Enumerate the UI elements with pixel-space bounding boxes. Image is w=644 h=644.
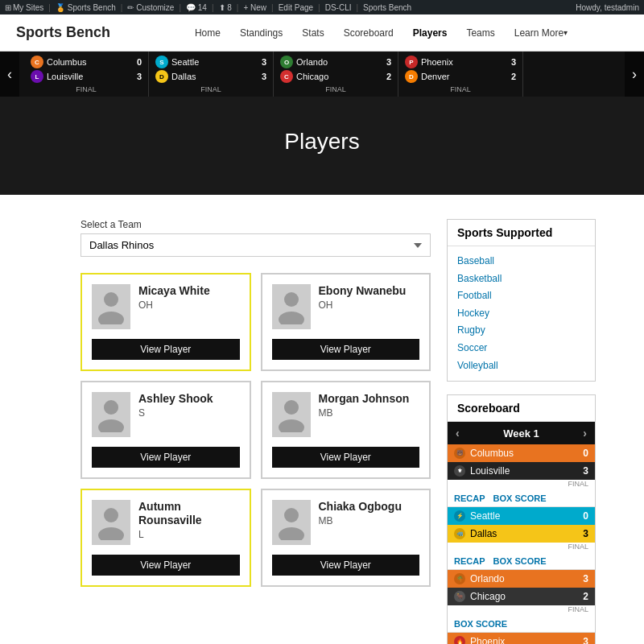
player-avatar-0	[92, 284, 130, 329]
admin-updates[interactable]: ⬆ 8	[219, 3, 232, 12]
admin-comments[interactable]: 💬 14	[186, 3, 207, 12]
ticker-prev[interactable]: ‹	[0, 52, 19, 97]
admin-new[interactable]: + New	[243, 3, 266, 12]
svg-point-6	[284, 400, 299, 415]
dallas-sb-icon: 🦏	[454, 528, 465, 539]
admin-ds-cli[interactable]: DS-CLI	[325, 3, 352, 12]
player-position-4: L	[138, 529, 240, 540]
nav-home[interactable]: Home	[185, 14, 230, 52]
site-title[interactable]: Sports Bench	[16, 24, 110, 41]
seattle-sb-icon: ⚡	[454, 510, 465, 522]
score-ticker: ‹ C Columbus 0 L Louisville 3 FINAL S Se…	[0, 52, 644, 97]
ticker-game-4: P Phoenix 3 D Denver 2 FINAL	[398, 52, 523, 97]
ticker-next[interactable]: ›	[625, 52, 644, 97]
chicago-icon: C	[280, 70, 293, 83]
view-player-btn-0[interactable]: View Player	[92, 339, 240, 360]
sidebar: Sports Supported Baseball Basketball Foo…	[447, 219, 596, 644]
player-name-1: Ebony Nwanebu	[319, 284, 420, 298]
scoreboard-game-0: 🐻 Columbus 0 ⚜ Louisville 3 FINAL RECAP …	[448, 444, 595, 507]
orlando-icon: O	[280, 56, 293, 68]
columbus-icon: C	[31, 56, 43, 68]
admin-sports-bench[interactable]: 🏅 Sports Bench	[56, 3, 116, 12]
nav-scoreboard[interactable]: Scoreboard	[334, 14, 403, 52]
svg-point-0	[104, 292, 118, 307]
sport-hockey[interactable]: Hockey	[457, 305, 585, 323]
admin-edit-page[interactable]: Edit Page	[279, 3, 313, 12]
ticker-status-1: FINAL	[31, 85, 142, 93]
scoreboard-team-seattle: ⚡ Seattle 0	[448, 507, 595, 525]
scoreboard-links-0: RECAP BOX SCORE	[448, 490, 595, 506]
sport-football[interactable]: Football	[457, 287, 585, 305]
scoreboard-boxscore-1[interactable]: BOX SCORE	[493, 556, 547, 566]
dallas-icon: D	[155, 70, 168, 83]
player-position-3: MB	[319, 407, 420, 419]
louisville-sb-icon: ⚜	[454, 465, 465, 477]
sport-basketball[interactable]: Basketball	[457, 270, 585, 288]
sport-baseball[interactable]: Baseball	[457, 253, 585, 270]
nav-players[interactable]: Players	[403, 14, 457, 52]
phoenix-icon: P	[405, 56, 418, 68]
scoreboard-boxscore-2[interactable]: BOX SCORE	[454, 619, 507, 629]
view-player-btn-3[interactable]: View Player	[272, 447, 420, 468]
main-nav: Home Standings Stats Scoreboard Players …	[134, 14, 628, 52]
view-player-btn-1[interactable]: View Player	[272, 339, 420, 360]
ticker-game-3: O Orlando 3 C Chicago 2 FINAL	[274, 52, 398, 97]
svg-point-9	[98, 527, 124, 540]
scoreboard-recap-0[interactable]: RECAP	[454, 493, 485, 503]
ticker-team-chicago: C Chicago 2	[280, 69, 391, 84]
sport-soccer[interactable]: Soccer	[457, 340, 585, 357]
svg-point-10	[284, 508, 299, 522]
player-card-0: Micaya White OH View Player	[80, 273, 251, 371]
admin-greeting: Howdy, testadmin	[576, 3, 639, 12]
ticker-status-2: FINAL	[155, 85, 266, 93]
sports-widget-title: Sports Supported	[448, 220, 595, 246]
scoreboard-game-1: ⚡ Seattle 0 🦏 Dallas 3 FINAL RECAP BOX S…	[448, 507, 595, 570]
player-card-2: Ashley Shook S View Player	[80, 381, 251, 479]
svg-point-11	[279, 527, 304, 540]
player-card-3: Morgan Johnson MB View Player	[261, 381, 431, 479]
view-player-btn-2[interactable]: View Player	[92, 447, 240, 468]
scoreboard-prev-week[interactable]: ‹	[456, 427, 460, 440]
scoreboard-next-week[interactable]: ›	[583, 427, 587, 440]
player-name-2: Ashley Shook	[138, 392, 240, 406]
scoreboard-team-orlando: 🌴 Orlando 3	[448, 570, 595, 588]
ticker-team-seattle: S Seattle 3	[155, 55, 266, 69]
scoreboard-team-columbus: 🐻 Columbus 0	[448, 444, 595, 462]
player-position-2: S	[138, 407, 240, 419]
admin-sports-bench-link[interactable]: Sports Bench	[363, 3, 411, 12]
scoreboard-links-1: RECAP BOX SCORE	[448, 553, 595, 569]
team-select-label: Select a Team	[80, 219, 431, 230]
player-name-3: Morgan Johnson	[319, 392, 420, 406]
page-title: Players	[16, 129, 628, 155]
sport-volleyball[interactable]: Volleyball	[457, 357, 585, 375]
nav-learn-more[interactable]: Learn More	[505, 14, 577, 52]
nav-teams[interactable]: Teams	[456, 14, 504, 52]
player-position-0: OH	[138, 299, 240, 311]
phoenix-sb-icon: 🔥	[454, 636, 465, 644]
player-card-4: Autumn Rounsaville L View Player	[80, 489, 251, 587]
scoreboard-final-0: FINAL	[448, 480, 595, 490]
louisville-icon: L	[31, 70, 43, 83]
svg-point-5	[98, 419, 124, 432]
scoreboard-team-louisville: ⚜ Louisville 3	[448, 462, 595, 480]
scoreboard-final-1: FINAL	[448, 543, 595, 553]
scoreboard-boxscore-0[interactable]: BOX SCORE	[493, 493, 547, 503]
team-select[interactable]: Dallas Rhinos Columbus Louisville Seattl…	[80, 233, 431, 257]
player-position-1: OH	[319, 299, 420, 311]
scoreboard-recap-1[interactable]: RECAP	[454, 556, 485, 566]
scoreboard-links-2: BOX SCORE	[448, 616, 595, 632]
admin-bar: ⊞ My Sites | 🏅 Sports Bench | ✏ Customiz…	[0, 0, 644, 14]
nav-standings[interactable]: Standings	[230, 14, 292, 52]
player-name-5: Chiaka Ogbogu	[319, 500, 420, 514]
admin-my-sites[interactable]: ⊞ My Sites	[5, 3, 43, 12]
players-grid: Micaya White OH View Player	[80, 273, 431, 587]
player-name-4: Autumn Rounsaville	[138, 500, 240, 527]
view-player-btn-5[interactable]: View Player	[272, 555, 420, 576]
admin-customize[interactable]: ✏ Customize	[127, 3, 174, 12]
view-player-btn-4[interactable]: View Player	[92, 555, 240, 576]
nav-stats[interactable]: Stats	[292, 14, 333, 52]
ticker-game-1: C Columbus 0 L Louisville 3 FINAL	[24, 52, 149, 97]
player-avatar-4	[92, 500, 130, 545]
ticker-status-4: FINAL	[405, 85, 516, 93]
sport-rugby[interactable]: Rugby	[457, 322, 585, 340]
